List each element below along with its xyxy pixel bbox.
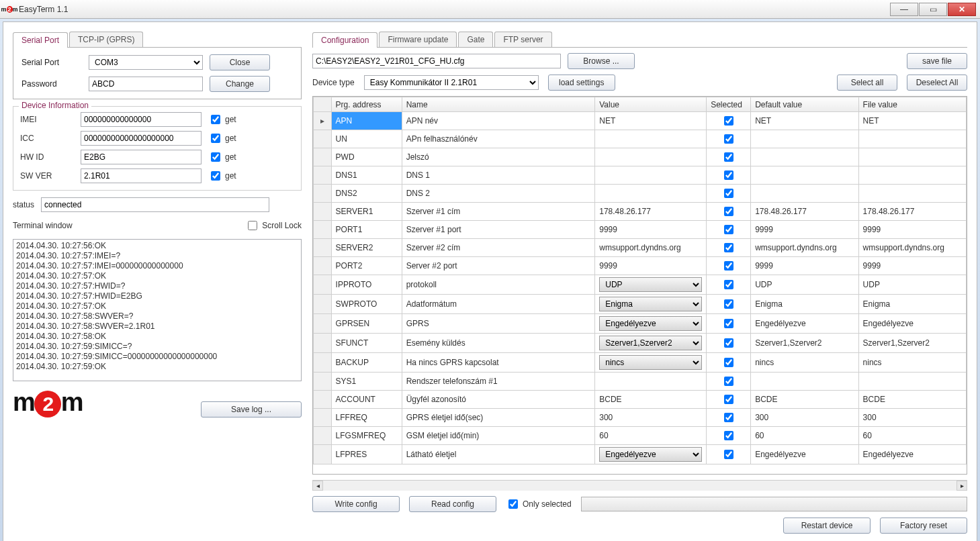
cell-selected[interactable] xyxy=(707,130,751,148)
device-type-select[interactable]: Easy Kommunikátor II 2.1R01 xyxy=(364,75,539,90)
cell-value[interactable]: Szerver1,Szerver2 xyxy=(595,334,707,353)
table-row[interactable]: DNS2DNS 2 xyxy=(314,185,967,203)
cell-selected[interactable] xyxy=(707,148,751,166)
cell-selected[interactable] xyxy=(707,221,751,239)
table-row[interactable]: LFFREQGPRS életjel idő(sec)300300300 xyxy=(314,409,967,427)
devinfo-get-row[interactable]: get xyxy=(208,169,255,183)
maximize-button[interactable]: ▭ xyxy=(919,3,947,16)
table-row[interactable]: SERVER2Szerver #2 címwmsupport.dyndns.or… xyxy=(314,239,967,257)
cell-value[interactable]: 9999 xyxy=(595,257,707,275)
cell-selected[interactable] xyxy=(707,427,751,445)
cell-selected[interactable] xyxy=(707,391,751,409)
cell-prg-address[interactable]: LFGSMFREQ xyxy=(331,427,402,445)
cell-selected[interactable] xyxy=(707,334,751,353)
cell-prg-address[interactable]: LFPRES xyxy=(331,445,402,464)
cell-prg-address[interactable]: SFUNCT xyxy=(331,334,402,353)
cell-value[interactable]: 9999 xyxy=(595,221,707,239)
cell-value[interactable] xyxy=(595,130,707,148)
col-default[interactable]: Default value xyxy=(751,97,858,112)
col-name[interactable]: Name xyxy=(402,97,595,112)
cell-value[interactable]: NET xyxy=(595,112,707,130)
selected-checkbox[interactable] xyxy=(724,170,733,180)
cell-value[interactable] xyxy=(595,148,707,166)
table-row[interactable]: SYS1Rendszer telefonszám #1 xyxy=(314,373,967,391)
deselect-all-button[interactable]: Deselect All xyxy=(907,75,967,91)
table-row[interactable]: IPPROTOprotokollUDPUDPUDP xyxy=(314,275,967,295)
cell-prg-address[interactable]: GPRSEN xyxy=(331,314,402,334)
cell-selected[interactable] xyxy=(707,203,751,221)
devinfo-value-input[interactable] xyxy=(81,150,202,164)
value-dropdown[interactable]: Engedélyezve xyxy=(599,447,702,462)
devinfo-get-checkbox[interactable] xyxy=(211,152,220,162)
cell-prg-address[interactable]: SERVER2 xyxy=(331,239,402,257)
cell-prg-address[interactable]: APN xyxy=(331,112,402,130)
tab-tcp-ip[interactable]: TCP-IP (GPRS) xyxy=(69,32,143,47)
cell-selected[interactable] xyxy=(707,445,751,464)
cell-selected[interactable] xyxy=(707,112,751,130)
cell-value[interactable]: Engedélyezve xyxy=(595,445,707,464)
config-file-path[interactable] xyxy=(312,54,561,68)
devinfo-value-input[interactable] xyxy=(81,168,202,183)
password-input[interactable] xyxy=(89,77,203,91)
save-log-button[interactable]: Save log ... xyxy=(201,401,302,417)
table-row[interactable]: GPRSENGPRSEngedélyezveEngedélyezveEngedé… xyxy=(314,314,967,334)
load-settings-button[interactable]: load settings xyxy=(548,75,615,91)
table-row[interactable]: SERVER1Szerver #1 cím178.48.26.177178.48… xyxy=(314,203,967,221)
cell-prg-address[interactable]: UN xyxy=(331,130,402,148)
change-password-button[interactable]: Change xyxy=(210,76,270,92)
value-dropdown[interactable]: UDP xyxy=(599,277,702,292)
devinfo-get-checkbox[interactable] xyxy=(211,115,220,124)
config-table-wrap[interactable]: Prg. address Name Value Selected Default… xyxy=(312,96,967,475)
cell-selected[interactable] xyxy=(707,314,751,334)
cell-value[interactable]: UDP xyxy=(595,275,707,295)
close-window-button[interactable]: ✕ xyxy=(948,3,976,16)
cell-value[interactable]: 178.48.26.177 xyxy=(595,203,707,221)
col-selected[interactable]: Selected xyxy=(707,97,751,112)
scroll-lock-row[interactable]: Scroll Lock xyxy=(245,219,302,232)
cell-prg-address[interactable]: ACCOUNT xyxy=(331,391,402,409)
cell-selected[interactable] xyxy=(707,257,751,275)
table-row[interactable]: LFPRESLátható életjelEngedélyezveEngedél… xyxy=(314,445,967,464)
only-selected-row[interactable]: Only selected xyxy=(506,497,572,511)
cell-selected[interactable] xyxy=(707,409,751,427)
selected-checkbox[interactable] xyxy=(724,395,733,404)
cell-selected[interactable] xyxy=(707,275,751,295)
cell-prg-address[interactable]: DNS1 xyxy=(331,166,402,185)
cell-prg-address[interactable]: SYS1 xyxy=(331,373,402,391)
table-row[interactable]: PORT1Szerver #1 port999999999999 xyxy=(314,221,967,239)
cell-value[interactable]: 60 xyxy=(595,427,707,445)
devinfo-get-checkbox[interactable] xyxy=(211,171,220,181)
tab-serial-port[interactable]: Serial Port xyxy=(13,32,68,48)
selected-checkbox[interactable] xyxy=(724,207,733,216)
col-value[interactable]: Value xyxy=(595,97,707,112)
table-row[interactable]: UNAPn felhasználónév xyxy=(314,130,967,148)
tab-configuration[interactable]: Configuration xyxy=(312,32,377,48)
cell-prg-address[interactable]: IPPROTO xyxy=(331,275,402,295)
tab-firmware-update[interactable]: Firmware update xyxy=(379,32,457,47)
restart-device-button[interactable]: Restart device xyxy=(783,518,871,534)
value-dropdown[interactable]: Szerver1,Szerver2 xyxy=(599,336,702,350)
selected-checkbox[interactable] xyxy=(724,243,733,252)
selected-checkbox[interactable] xyxy=(724,189,733,198)
table-row[interactable]: DNS1DNS 1 xyxy=(314,166,967,185)
selected-checkbox[interactable] xyxy=(724,338,733,348)
cell-prg-address[interactable]: DNS2 xyxy=(331,185,402,203)
selected-checkbox[interactable] xyxy=(724,377,733,386)
tab-gate[interactable]: Gate xyxy=(458,32,493,47)
selected-checkbox[interactable] xyxy=(724,450,733,459)
cell-value[interactable]: wmsupport.dyndns.org xyxy=(595,239,707,257)
table-horizontal-scrollbar[interactable]: ◂ ▸ xyxy=(312,480,967,491)
close-connection-button[interactable]: Close xyxy=(210,54,270,70)
cell-value[interactable]: Enigma xyxy=(595,295,707,314)
cell-selected[interactable] xyxy=(707,166,751,185)
cell-selected[interactable] xyxy=(707,373,751,391)
factory-reset-button[interactable]: Factory reset xyxy=(880,518,967,534)
table-row[interactable]: BACKUPHa nincs GPRS kapcsolatnincsnincsn… xyxy=(314,353,967,373)
write-config-button[interactable]: Write config xyxy=(312,496,400,512)
browse-button[interactable]: Browse ... xyxy=(568,53,635,69)
table-row[interactable]: ▸APNAPN névNETNETNET xyxy=(314,112,967,130)
cell-value[interactable] xyxy=(595,185,707,203)
cell-prg-address[interactable]: SWPROTO xyxy=(331,295,402,314)
table-row[interactable]: SWPROTOAdatformátumEnigmaEnigmaEnigma xyxy=(314,295,967,314)
selected-checkbox[interactable] xyxy=(724,116,733,126)
